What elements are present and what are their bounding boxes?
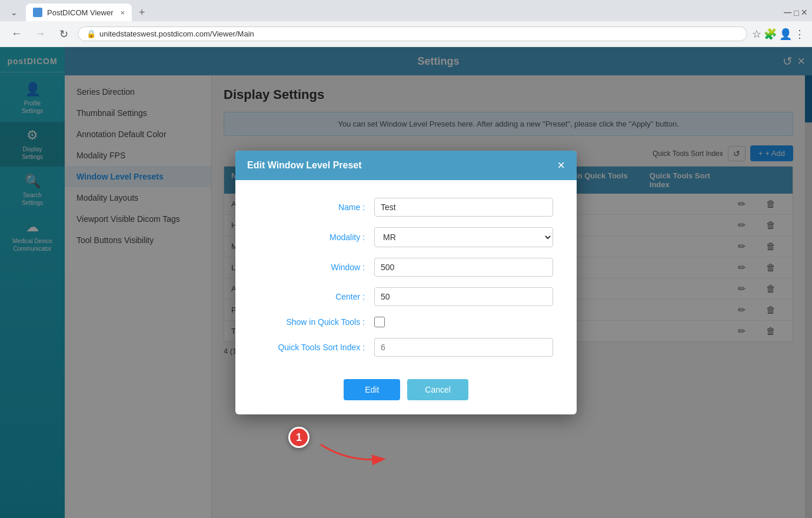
quick-tools-field-row: Show in Quick Tools : [259,317,553,327]
center-field-row: Center : [259,287,553,306]
modal-close-button[interactable]: × [557,159,565,172]
modal-backdrop: Edit Window Level Preset × Name : Modali… [0,47,812,518]
tab-close-icon[interactable]: × [120,8,125,17]
nav-right-icons: ☆ 🧩 👤 ⋮ [752,28,805,41]
app-container: postDICOM 👤 ProfileSettings ⚙ DisplaySet… [0,47,812,518]
modal-edit-button[interactable]: Edit [344,379,400,400]
modal-title: Edit Window Level Preset [247,160,362,171]
secure-icon: 🔒 [86,29,96,38]
browser-chrome: ⌄ PostDICOM Viewer × + ─ □ × ← → ↻ 🔒 uni… [0,0,812,47]
modality-label: Modality : [259,233,365,242]
window-label: Window : [259,263,365,272]
quick-tools-checkbox[interactable] [374,317,385,327]
quick-tools-label: Show in Quick Tools : [259,317,365,327]
browser-navbar: ← → ↻ 🔒 unitedstateswest.postdicom.com/V… [0,21,812,47]
address-bar[interactable]: 🔒 unitedstateswest.postdicom.com/Viewer/… [78,26,747,41]
address-text: unitedstateswest.postdicom.com/Viewer/Ma… [99,29,254,38]
sort-index-input[interactable] [374,338,553,357]
modal-footer: Edit Cancel [235,373,577,414]
back-button[interactable]: ← [7,25,26,44]
modal-header: Edit Window Level Preset × [235,151,577,180]
window-maximize-button[interactable]: □ [794,8,798,18]
center-input[interactable] [374,287,553,306]
bookmark-icon[interactable]: ☆ [752,28,761,41]
menu-icon[interactable]: ⋮ [794,28,805,41]
window-input[interactable] [374,258,553,277]
new-tab-button[interactable]: + [134,4,150,21]
name-label: Name : [259,202,365,212]
edit-preset-modal: Edit Window Level Preset × Name : Modali… [235,151,577,414]
window-close-button[interactable]: × [801,6,807,19]
center-label: Center : [259,292,365,301]
modal-cancel-button[interactable]: Cancel [407,379,468,400]
profile-icon[interactable]: 👤 [779,28,792,41]
active-tab[interactable]: PostDICOM Viewer × [26,4,132,21]
window-field-row: Window : [259,258,553,277]
forward-button[interactable]: → [31,25,49,44]
tab-list-icon[interactable]: ⌄ [11,8,18,17]
window-minimize-button[interactable]: ─ [784,6,791,19]
name-input[interactable] [374,198,553,217]
tab-title: PostDICOM Viewer [47,8,113,17]
modality-select[interactable]: MR CT CR DX US [374,227,553,247]
sort-index-label: Quick Tools Sort Index : [259,343,365,352]
sort-index-field-row: Quick Tools Sort Index : [259,338,553,357]
modal-body: Name : Modality : MR CT CR DX US [235,180,577,373]
name-field-row: Name : [259,198,553,217]
modality-field-row: Modality : MR CT CR DX US [259,227,553,247]
extensions-icon[interactable]: 🧩 [764,28,777,41]
tab-favicon [33,8,42,17]
browser-tabbar: ⌄ PostDICOM Viewer × + ─ □ × [0,0,812,21]
reload-button[interactable]: ↻ [54,25,73,44]
